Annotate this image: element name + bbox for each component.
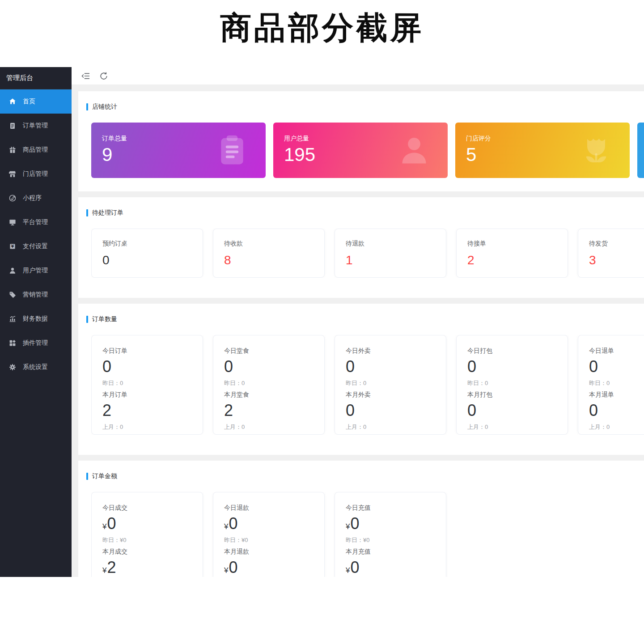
count-month-label: 本月订单 <box>102 391 203 399</box>
sidebar-item-finance[interactable]: 财务数据 <box>0 307 72 331</box>
count-month-label: 本月堂食 <box>224 391 324 399</box>
sidebar-item-platform[interactable]: 平台管理 <box>0 210 72 234</box>
count-last-month: 上月：0 <box>589 423 644 431</box>
section-title: 订单金额 <box>86 472 644 480</box>
collapse-sidebar-icon[interactable] <box>81 72 90 80</box>
sidebar-item-label: 支付设置 <box>23 242 48 250</box>
count-last-month: 上月：0 <box>224 423 324 431</box>
home-icon <box>9 98 16 105</box>
amount-month-value: ¥0 <box>224 559 324 576</box>
sidebar-item-home[interactable]: 首页 <box>0 89 72 114</box>
count-card-dine-in: 今日堂食 0 昨日：0 本月堂食 2 上月：0 <box>213 335 325 435</box>
pending-card-value: 1 <box>346 253 446 267</box>
section-title: 订单数量 <box>86 315 644 323</box>
sidebar-item-payment[interactable]: 支付设置 <box>0 234 72 258</box>
pending-card-value: 8 <box>224 253 324 267</box>
amount-number: 2 <box>107 558 116 576</box>
amount-today-label: 今日充值 <box>346 504 446 512</box>
section-accent-bar <box>86 316 88 323</box>
count-yesterday: 昨日：0 <box>589 379 644 387</box>
amount-today-label: 今日成交 <box>102 504 203 512</box>
count-today-value: 0 <box>589 358 644 375</box>
amount-month-label: 本月成交 <box>102 548 203 556</box>
count-today-label: 今日订单 <box>102 347 203 355</box>
sidebar-item-goods[interactable]: 商品管理 <box>0 138 72 162</box>
pending-card-value: 2 <box>467 253 568 267</box>
sidebar-item-label: 小程序 <box>23 194 42 202</box>
sidebar-item-stores[interactable]: 门店管理 <box>0 162 72 186</box>
stat-card-clipped <box>637 123 644 178</box>
toolbar <box>72 67 644 85</box>
currency-symbol: ¥ <box>224 566 228 575</box>
pending-card-label: 待退款 <box>346 240 446 248</box>
amount-today-value: ¥0 <box>224 515 324 532</box>
sidebar-item-settings[interactable]: 系统设置 <box>0 355 72 379</box>
amount-number: 0 <box>350 514 359 533</box>
plugins-icon <box>9 339 16 347</box>
person-icon <box>398 134 431 167</box>
amount-today-value: ¥0 <box>102 515 203 532</box>
currency-symbol: ¥ <box>102 566 106 575</box>
sidebar-item-plugins[interactable]: 插件管理 <box>0 331 72 355</box>
sidebar-item-label: 财务数据 <box>23 315 48 323</box>
clipboard-icon <box>216 134 249 167</box>
count-today-label: 今日打包 <box>467 347 568 355</box>
sidebar-item-label: 订单管理 <box>23 122 48 130</box>
settings-icon <box>9 364 16 371</box>
sidebar-item-label: 商品管理 <box>23 146 48 154</box>
count-month-value: 0 <box>346 402 446 419</box>
section-title: 店铺统计 <box>86 103 644 111</box>
count-last-month: 上月：0 <box>102 423 203 431</box>
count-card-takeout: 今日外卖 0 昨日：0 本月外卖 0 上月：0 <box>335 335 446 435</box>
count-month-value: 2 <box>224 402 324 419</box>
count-card-packed: 今日打包 0 昨日：0 本月打包 0 上月：0 <box>456 335 568 435</box>
amount-month-value: ¥2 <box>102 559 203 576</box>
count-today-label: 今日退单 <box>589 347 644 355</box>
section-title-text: 店铺统计 <box>92 103 117 111</box>
section-accent-bar <box>86 473 88 480</box>
sidebar-item-marketing[interactable]: 营销管理 <box>0 283 72 307</box>
count-today-label: 今日堂食 <box>224 347 324 355</box>
currency-symbol: ¥ <box>224 522 228 531</box>
sidebar-item-orders[interactable]: 订单管理 <box>0 114 72 138</box>
pending-card-label: 待接单 <box>467 240 568 248</box>
pending-card-reservations: 预约订桌 0 <box>91 229 203 278</box>
section-order-amounts: 订单金额 今日成交 ¥0 昨日：¥0 本月成交 ¥2 上月：¥0 今日退款 ¥0 <box>78 461 644 577</box>
amount-number: 0 <box>350 558 359 576</box>
main-area: 店铺统计 订单总量 9 用户总量 195 门店评分 5 <box>72 67 644 577</box>
sidebar-item-label: 营销管理 <box>23 291 48 299</box>
section-accent-bar <box>86 209 88 216</box>
count-yesterday: 昨日：0 <box>346 379 446 387</box>
currency-symbol: ¥ <box>346 566 350 575</box>
pending-card-awaiting-accept: 待接单 2 <box>456 229 568 278</box>
section-order-counts: 订单数量 今日订单 0 昨日：0 本月订单 2 上月：0 今日堂食 0 昨日：0 <box>78 304 644 455</box>
goods-icon <box>9 146 16 153</box>
pending-card-value: 0 <box>102 253 203 267</box>
amount-yesterday: 昨日：¥0 <box>346 536 446 544</box>
count-today-value: 0 <box>102 358 203 375</box>
sidebar-item-users[interactable]: 用户管理 <box>0 258 72 283</box>
count-card-returns: 今日退单 0 昨日：0 本月退单 0 上月：0 <box>578 335 644 435</box>
sidebar-item-miniprogram[interactable]: 小程序 <box>0 186 72 210</box>
sidebar-item-label: 平台管理 <box>23 218 48 226</box>
count-month-label: 本月打包 <box>467 391 568 399</box>
store-icon <box>9 170 16 178</box>
count-month-label: 本月外卖 <box>346 391 446 399</box>
amount-number: 0 <box>107 514 116 533</box>
refresh-icon[interactable] <box>99 72 108 80</box>
count-month-value: 2 <box>102 402 203 419</box>
section-pending-orders: 待处理订单 预约订桌 0 待收款 8 待退款 1 <box>78 197 644 298</box>
finance-icon <box>9 315 16 322</box>
amount-card-refunds: 今日退款 ¥0 昨日：¥0 本月退款 ¥0 上月：¥0 <box>213 492 325 577</box>
amount-yesterday: 昨日：¥0 <box>102 536 203 544</box>
amount-number: 0 <box>229 558 237 576</box>
section-title: 待处理订单 <box>86 209 644 217</box>
count-last-month: 上月：0 <box>467 423 568 431</box>
count-today-value: 0 <box>224 358 324 375</box>
amount-number: 0 <box>229 514 237 533</box>
count-yesterday: 昨日：0 <box>224 379 324 387</box>
sidebar-item-label: 门店管理 <box>23 170 48 178</box>
marketing-icon <box>9 291 16 298</box>
section-accent-bar <box>86 103 88 110</box>
count-yesterday: 昨日：0 <box>467 379 568 387</box>
